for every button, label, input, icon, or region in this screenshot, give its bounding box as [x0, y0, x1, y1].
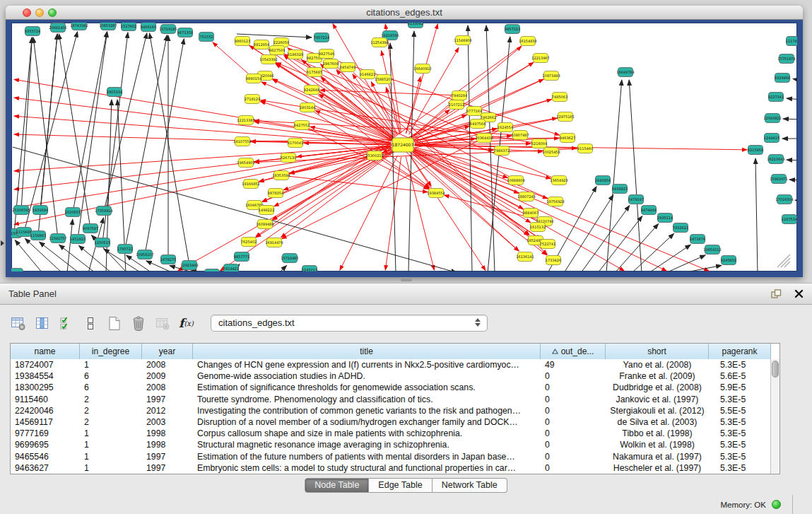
scrollbar-thumb[interactable] — [772, 361, 779, 378]
graph-node[interactable]: 9827509 — [269, 46, 285, 55]
graph-node[interactable]: 9957323 — [505, 25, 520, 34]
graph-node[interactable]: 10719185 — [159, 25, 177, 34]
table-selector-combobox[interactable]: citations_edges.txt — [211, 315, 488, 332]
graph-node[interactable]: 6216004 — [531, 139, 547, 148]
graph-node[interactable]: 20691406 — [49, 23, 66, 33]
merge-columns-icon[interactable] — [79, 313, 101, 334]
column-header-in_degree[interactable]: in_degree — [80, 344, 142, 359]
graph-node[interactable]: 7819421 — [223, 264, 239, 272]
graph-node[interactable]: 8912954 — [254, 40, 269, 49]
graph-node[interactable]: 8454749 — [340, 63, 355, 72]
graph-node[interactable]: 9355724 — [25, 27, 40, 36]
graph-node[interactable]: 2867608 — [323, 59, 339, 69]
graph-node[interactable]: 2718129 — [245, 95, 260, 104]
graph-node[interactable]: 19384554 — [427, 189, 445, 198]
graph-node[interactable]: 1795722 — [117, 245, 133, 254]
graph-node[interactable]: 1624554 — [498, 123, 513, 132]
graph-node[interactable]: 8215958 — [748, 146, 763, 155]
graph-node[interactable]: 7522741 — [540, 240, 555, 249]
graph-node[interactable]: 16136141 — [516, 252, 534, 262]
graph-node[interactable]: 12975185 — [556, 112, 574, 122]
graph-node[interactable]: 10973493 — [542, 71, 560, 81]
graph-node[interactable]: 7957224 — [314, 33, 329, 42]
divider-grip[interactable] — [401, 279, 412, 281]
graph-node[interactable]: 1117406 — [786, 37, 797, 46]
graph-node[interactable]: 9466160 — [141, 23, 156, 32]
table-row[interactable]: 1872400712008Changes of HCN gene express… — [11, 359, 771, 370]
column-header-year[interactable]: year — [142, 344, 193, 359]
tab-network-table[interactable]: Network Table — [433, 478, 507, 493]
graph-node[interactable]: 9329968 — [775, 74, 790, 83]
graph-node[interactable]: 18807243 — [517, 192, 535, 201]
graph-node[interactable]: 8938923 — [612, 185, 628, 194]
graph-node[interactable]: 9146821 — [360, 70, 375, 79]
graph-node[interactable]: 18743342 — [70, 23, 88, 30]
graph-node[interactable]: 16914479 — [265, 238, 283, 247]
graph-node[interactable]: 7932621 — [673, 223, 688, 233]
graph-node[interactable]: 16210643 — [767, 155, 784, 164]
graph-node[interactable]: 12923448 — [180, 261, 198, 270]
graph-node[interactable]: 18724007 — [392, 138, 414, 152]
graph-node[interactable]: 15718485 — [281, 254, 298, 263]
graph-node[interactable]: 1573944 — [204, 269, 220, 272]
graph-node[interactable]: 9890154 — [246, 74, 261, 83]
graph-node[interactable]: 1615132 — [530, 223, 546, 232]
graph-node[interactable]: 2020655 — [65, 208, 81, 217]
graph-node[interactable]: 9777169 — [466, 107, 482, 116]
graph-node[interactable]: 1640954 — [595, 176, 611, 185]
table-row[interactable]: 977716911998Corpus callosum shape and si… — [11, 428, 771, 439]
delete-table-icon[interactable] — [127, 313, 149, 334]
graph-node[interactable]: 11254394 — [370, 38, 388, 47]
graph-node[interactable]: 9884067 — [523, 209, 539, 218]
table-row[interactable]: 2242004622012Investigating the contribut… — [11, 405, 771, 416]
graph-node[interactable]: 1156863 — [30, 231, 46, 240]
graph-node[interactable]: 9474444 — [641, 206, 657, 215]
graph-node[interactable]: 1244415 — [764, 134, 779, 143]
graph-node[interactable]: 20364436 — [475, 134, 493, 143]
graph-node[interactable]: 1115686 — [16, 228, 32, 237]
graph-node[interactable]: 1733426 — [546, 256, 561, 265]
table-row[interactable]: 946554611997Estimation of the future num… — [11, 451, 771, 462]
graph-node[interactable]: 13654923 — [550, 176, 567, 185]
tab-edge-table[interactable]: Edge Table — [369, 478, 432, 493]
graph-node[interactable]: 12213387 — [237, 116, 254, 125]
graph-node[interactable]: 16640910 — [413, 64, 431, 74]
graph-node[interactable]: 8133042 — [408, 23, 423, 28]
tab-node-table[interactable]: Node Table — [305, 478, 369, 493]
graph-node[interactable]: 16648784 — [616, 68, 634, 77]
graph-node[interactable]: 12342757 — [49, 234, 66, 243]
table-row[interactable]: 969969511998Structural magnetic resonanc… — [11, 439, 771, 450]
graph-node[interactable]: 1167534 — [782, 215, 797, 224]
column-header-pagerank[interactable]: pagerank — [709, 344, 771, 359]
graph-node[interactable]: 9097587 — [83, 224, 98, 233]
graph-node[interactable]: 10958107 — [136, 250, 153, 259]
graph-node[interactable]: 9463627 — [560, 134, 575, 143]
graph-node[interactable]: 15992971 — [770, 175, 787, 184]
table-row[interactable]: 1938455462009Genome-wide association stu… — [11, 370, 771, 382]
graph-node[interactable]: 18107554 — [233, 137, 251, 146]
graph-node[interactable]: 9115460 — [577, 144, 593, 153]
table-row[interactable]: 1456911722003Disruption of a novel membe… — [11, 416, 771, 428]
graph-node[interactable]: 2251043 — [11, 269, 23, 272]
panel-expand-arrow-icon[interactable] — [1, 240, 4, 246]
graph-node[interactable]: 2935114 — [657, 214, 673, 223]
table-scrollbar[interactable] — [770, 359, 779, 474]
graph-node[interactable]: 12093822 — [763, 114, 781, 123]
panel-divider[interactable] — [0, 277, 812, 283]
graph-node[interactable]: 6479197 — [628, 195, 644, 204]
row-checks-icon[interactable] — [55, 313, 77, 334]
table-row[interactable]: 911546021997Tourette syndrome. Phenomeno… — [11, 394, 771, 405]
column-header-name[interactable]: name — [11, 344, 80, 359]
graph-node[interactable]: 4170041 — [288, 139, 303, 148]
graph-node[interactable]: 9242848 — [304, 86, 319, 95]
graph-node[interactable]: 17016504 — [775, 195, 793, 204]
graph-node[interactable]: 2905334 — [107, 88, 122, 97]
graph-node[interactable]: 17359914 — [95, 206, 112, 216]
graph-node[interactable]: 15751874 — [777, 54, 795, 64]
graph-node[interactable]: 1451923 — [70, 235, 86, 244]
graph-node[interactable]: 6497568 — [470, 119, 486, 129]
graph-node[interactable]: 19166852 — [242, 180, 259, 189]
graph-node[interactable]: 1678275 — [160, 255, 176, 264]
graph-node[interactable]: 4671358 — [177, 28, 193, 37]
column-header-short[interactable]: short — [606, 344, 709, 359]
